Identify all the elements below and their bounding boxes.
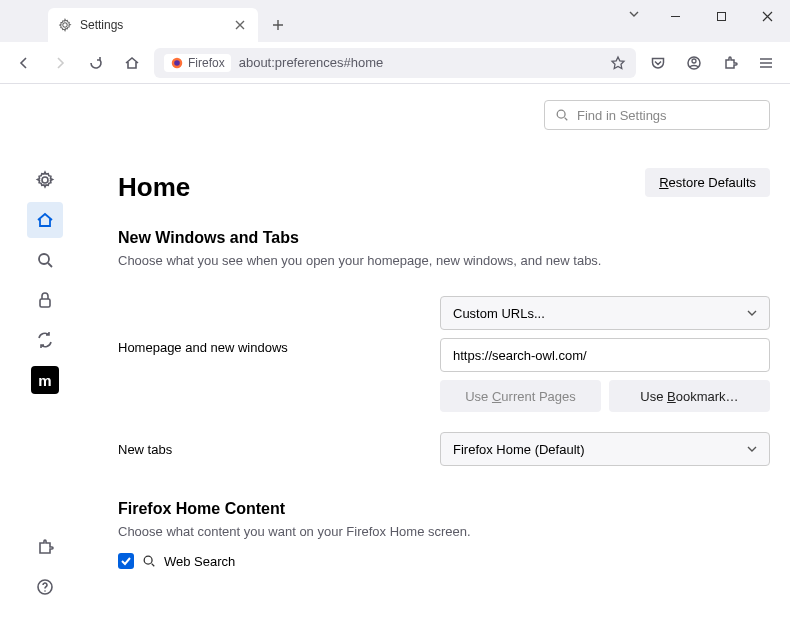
use-bookmark-button[interactable]: Use Bookmark… bbox=[609, 380, 770, 412]
forward-button[interactable] bbox=[46, 49, 74, 77]
newtabs-label: New tabs bbox=[118, 442, 440, 457]
sidebar-more[interactable]: m bbox=[31, 366, 59, 394]
tabs-overflow-button[interactable] bbox=[628, 8, 640, 20]
section-ffhome-title: Firefox Home Content bbox=[118, 500, 770, 518]
search-icon bbox=[142, 554, 156, 568]
homepage-label: Homepage and new windows bbox=[118, 296, 440, 355]
sidebar-general[interactable] bbox=[27, 162, 63, 198]
sidebar-help[interactable] bbox=[27, 569, 63, 605]
content-area: m Find in Settings Home Restore Defaults… bbox=[0, 84, 790, 617]
svg-point-2 bbox=[174, 60, 180, 66]
minimize-button[interactable] bbox=[652, 0, 698, 32]
sidebar-extensions[interactable] bbox=[27, 529, 63, 565]
newtabs-select[interactable]: Firefox Home (Default) bbox=[440, 432, 770, 466]
titlebar: Settings bbox=[0, 0, 790, 42]
homepage-mode-select[interactable]: Custom URLs... bbox=[440, 296, 770, 330]
section-new-windows-title: New Windows and Tabs bbox=[118, 229, 770, 247]
browser-tab[interactable]: Settings bbox=[48, 8, 258, 42]
svg-point-9 bbox=[557, 110, 565, 118]
svg-point-10 bbox=[144, 556, 152, 564]
tab-title: Settings bbox=[80, 18, 123, 32]
window-controls bbox=[652, 0, 790, 32]
gear-icon bbox=[58, 18, 72, 32]
find-placeholder: Find in Settings bbox=[577, 108, 667, 123]
menu-button[interactable] bbox=[752, 49, 780, 77]
homepage-mode-value: Custom URLs... bbox=[453, 306, 545, 321]
url-text: about:preferences#home bbox=[239, 55, 384, 70]
find-in-settings[interactable]: Find in Settings bbox=[544, 100, 770, 130]
new-tab-button[interactable] bbox=[264, 11, 292, 39]
sidebar-sync[interactable] bbox=[27, 322, 63, 358]
close-tab-icon[interactable] bbox=[232, 17, 248, 33]
sidebar-privacy[interactable] bbox=[27, 282, 63, 318]
reload-button[interactable] bbox=[82, 49, 110, 77]
settings-sidebar: m bbox=[0, 84, 90, 617]
homepage-url-input[interactable] bbox=[440, 338, 770, 372]
newtabs-value: Firefox Home (Default) bbox=[453, 442, 584, 457]
svg-point-4 bbox=[692, 59, 696, 63]
svg-rect-0 bbox=[717, 12, 725, 20]
url-bar[interactable]: Firefox about:preferences#home bbox=[154, 48, 636, 78]
sidebar-home[interactable] bbox=[27, 202, 63, 238]
svg-point-8 bbox=[44, 590, 46, 592]
home-button[interactable] bbox=[118, 49, 146, 77]
svg-rect-6 bbox=[40, 299, 50, 307]
account-button[interactable] bbox=[680, 49, 708, 77]
identity-label: Firefox bbox=[188, 56, 225, 70]
svg-point-5 bbox=[39, 254, 49, 264]
extensions-button[interactable] bbox=[716, 49, 744, 77]
restore-defaults-button[interactable]: Restore Defaults bbox=[645, 168, 770, 197]
websearch-label: Web Search bbox=[164, 554, 235, 569]
chevron-down-icon bbox=[747, 444, 757, 454]
search-icon bbox=[555, 108, 569, 122]
back-button[interactable] bbox=[10, 49, 38, 77]
nav-toolbar: Firefox about:preferences#home bbox=[0, 42, 790, 84]
pocket-button[interactable] bbox=[644, 49, 672, 77]
check-icon bbox=[120, 555, 132, 567]
websearch-checkbox[interactable] bbox=[118, 553, 134, 569]
maximize-button[interactable] bbox=[698, 0, 744, 32]
firefox-logo-icon bbox=[170, 56, 184, 70]
section-new-windows-desc: Choose what you see when you open your h… bbox=[118, 253, 770, 268]
sidebar-search[interactable] bbox=[27, 242, 63, 278]
bookmark-star-icon[interactable] bbox=[610, 55, 626, 71]
settings-main: Find in Settings Home Restore Defaults N… bbox=[90, 84, 790, 617]
chevron-down-icon bbox=[747, 308, 757, 318]
section-ffhome-desc: Choose what content you want on your Fir… bbox=[118, 524, 770, 539]
close-window-button[interactable] bbox=[744, 0, 790, 32]
use-current-pages-button[interactable]: Use Current Pages bbox=[440, 380, 601, 412]
identity-badge[interactable]: Firefox bbox=[164, 54, 231, 72]
